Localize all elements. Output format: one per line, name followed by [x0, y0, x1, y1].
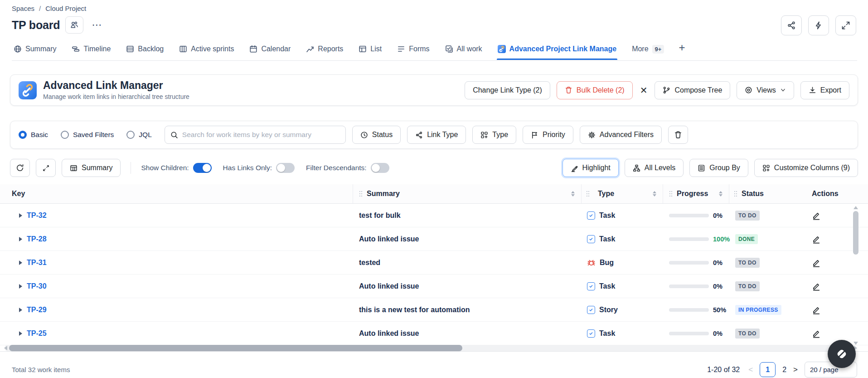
- horizontal-scrollbar[interactable]: [5, 345, 850, 351]
- has-links-only-toggle[interactable]: [276, 163, 295, 173]
- progress-label: 0%: [713, 330, 723, 337]
- customize-columns-button[interactable]: Customize Columns (9): [754, 159, 858, 177]
- expand-row-icon[interactable]: [19, 331, 22, 336]
- issue-key-link[interactable]: TP-30: [27, 282, 47, 290]
- breadcrumb-project[interactable]: Cloud Project: [45, 5, 86, 12]
- expand-all-button[interactable]: [36, 159, 56, 177]
- tab-timeline[interactable]: Timeline: [71, 42, 112, 59]
- scroll-up-arrow[interactable]: [853, 206, 858, 209]
- type-filter-button[interactable]: Type: [472, 126, 516, 144]
- expand-row-icon[interactable]: [19, 237, 22, 241]
- bug-icon: [587, 258, 596, 267]
- filter-bar: Basic Saved Filters JQL Status Link Type…: [10, 121, 858, 149]
- edit-row-button[interactable]: [812, 235, 821, 244]
- breadcrumb-spaces[interactable]: Spaces: [12, 5, 34, 12]
- assistant-widget-button[interactable]: [828, 340, 856, 368]
- tab-calendar[interactable]: Calendar: [248, 42, 291, 59]
- page-1-button[interactable]: 1: [760, 362, 776, 377]
- edit-row-button[interactable]: [812, 258, 821, 267]
- scroll-left-arrow[interactable]: [4, 346, 7, 350]
- board-members-button[interactable]: [65, 16, 83, 34]
- issue-key-link[interactable]: TP-32: [27, 211, 47, 220]
- expand-row-icon[interactable]: [19, 260, 22, 265]
- filter-mode-saved-filters[interactable]: Saved Filters: [61, 131, 114, 139]
- column-header-progress[interactable]: Progress: [663, 184, 729, 203]
- export-button[interactable]: Export: [800, 81, 849, 99]
- issue-key-link[interactable]: TP-28: [27, 235, 47, 243]
- all-levels-button[interactable]: All Levels: [625, 159, 684, 177]
- table-footer: Total 32 work items 1-20 of 32 < 1 2 > 2…: [0, 362, 868, 378]
- close-selection-button[interactable]: ✕: [639, 85, 649, 96]
- add-tab-button[interactable]: +: [679, 41, 685, 60]
- grid-plus-icon: [762, 164, 770, 172]
- tab-reports[interactable]: Reports: [305, 42, 344, 59]
- column-header-summary[interactable]: Summary: [353, 184, 581, 203]
- drag-handle-icon[interactable]: [586, 191, 590, 197]
- tab-more[interactable]: More 9+: [631, 42, 665, 60]
- edit-row-button[interactable]: [812, 329, 821, 338]
- status-filter-button[interactable]: Status: [352, 126, 401, 144]
- next-page-button[interactable]: >: [793, 365, 798, 374]
- edit-row-button[interactable]: [812, 282, 821, 291]
- sort-toggle[interactable]: [571, 191, 575, 196]
- tab-active-sprints[interactable]: Active sprints: [178, 42, 235, 59]
- expand-icon: [841, 21, 850, 30]
- filter-mode-basic[interactable]: Basic: [19, 131, 48, 139]
- gear-icon: [588, 131, 596, 139]
- issue-key-link[interactable]: TP-25: [27, 329, 47, 338]
- refresh-button[interactable]: [10, 159, 30, 177]
- drag-handle-icon[interactable]: [734, 191, 737, 197]
- column-header-status[interactable]: Status: [729, 184, 791, 203]
- priority-filter-button[interactable]: Priority: [523, 126, 573, 144]
- alm-title: Advanced Link Manager: [43, 80, 189, 91]
- clear-filters-button[interactable]: [668, 126, 688, 144]
- column-header-key[interactable]: Key: [0, 190, 353, 198]
- tab-list[interactable]: List: [358, 42, 383, 59]
- share-button[interactable]: [781, 15, 802, 35]
- highlight-button[interactable]: Highlight: [563, 159, 619, 177]
- fullscreen-button[interactable]: [835, 15, 856, 35]
- edit-row-button[interactable]: [812, 211, 821, 220]
- tab-advanced-link-manager[interactable]: Advanced Project Link Manage: [497, 42, 618, 59]
- link-type-filter-button[interactable]: Link Type: [407, 126, 466, 144]
- expand-row-icon[interactable]: [19, 308, 22, 312]
- automation-button[interactable]: [808, 15, 829, 35]
- page-2-button[interactable]: 2: [782, 366, 786, 374]
- horizontal-scroll-thumb[interactable]: [9, 345, 462, 351]
- filter-mode-jql[interactable]: JQL: [126, 131, 151, 139]
- tab-backlog[interactable]: Backlog: [125, 42, 165, 59]
- column-header-type[interactable]: Type: [581, 184, 663, 203]
- hierarchy-icon: [633, 164, 640, 172]
- tab-all-work[interactable]: All work: [444, 42, 483, 59]
- search-input[interactable]: [182, 131, 340, 139]
- prev-page-button[interactable]: <: [748, 365, 753, 374]
- progress-bar: [669, 237, 709, 241]
- drag-handle-icon[interactable]: [669, 191, 673, 197]
- summary-view-button[interactable]: Summary: [62, 159, 121, 177]
- edit-row-button[interactable]: [812, 305, 821, 314]
- compose-tree-button[interactable]: Compose Tree: [655, 81, 730, 99]
- tab-forms[interactable]: Forms: [396, 42, 430, 59]
- expand-row-icon[interactable]: [19, 213, 22, 218]
- progress-bar: [669, 332, 709, 335]
- issue-key-link[interactable]: TP-31: [27, 259, 47, 267]
- show-children-toggle[interactable]: [193, 163, 212, 173]
- scroll-down-arrow[interactable]: [853, 342, 858, 345]
- sort-toggle[interactable]: [719, 191, 723, 196]
- tab-summary[interactable]: Summary: [13, 42, 57, 59]
- status-badge: DONE: [735, 234, 758, 244]
- page-title: TP board: [12, 19, 60, 32]
- expand-row-icon[interactable]: [19, 284, 22, 289]
- drag-handle-icon[interactable]: [359, 191, 363, 197]
- views-button[interactable]: Views: [737, 81, 794, 99]
- vertical-scrollbar[interactable]: [853, 206, 859, 343]
- board-more-button[interactable]: ⋯: [89, 19, 105, 31]
- advanced-filters-button[interactable]: Advanced Filters: [580, 126, 662, 144]
- filter-descendants-toggle[interactable]: [371, 163, 389, 173]
- bulk-delete-button[interactable]: Bulk Delete (2): [557, 81, 633, 99]
- vertical-scroll-thumb[interactable]: [853, 211, 858, 255]
- sort-toggle[interactable]: [653, 191, 656, 196]
- change-link-type-button[interactable]: Change Link Type (2): [465, 81, 550, 99]
- issue-key-link[interactable]: TP-29: [27, 306, 47, 314]
- group-by-button[interactable]: Group By: [689, 159, 748, 177]
